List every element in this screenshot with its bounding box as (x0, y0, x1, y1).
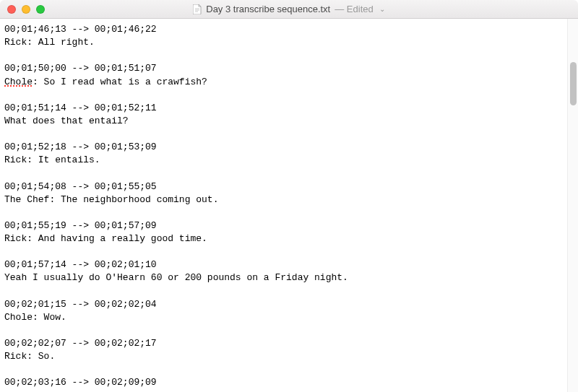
minimize-button[interactable] (22, 5, 30, 14)
timecode: 00;01;52;18 --> 00;01;53;09 (4, 141, 571, 154)
scrollbar-track[interactable] (567, 19, 578, 392)
caption-text: Rick: It entails. (4, 154, 571, 167)
traffic-lights (0, 5, 45, 14)
caption-text: Yeah I usually do O'Hearn 60 or 200 poun… (4, 271, 571, 284)
transcript-entry: 00;01;46;13 --> 00;01;46;22Rick: All rig… (4, 23, 571, 49)
transcript-entry: 00;02;01;15 --> 00;02;02;04Chole: Wow. (4, 298, 571, 324)
caption-text: The Chef: The neighborhood coming out. (4, 193, 571, 206)
title-center[interactable]: Day 3 transcribe sequence.txt — Edited ⌄ (193, 4, 384, 14)
edited-indicator: — Edited (335, 4, 374, 14)
spelling-error: Chole (4, 77, 33, 87)
timecode: 00;01;46;13 --> 00;01;46;22 (4, 23, 571, 36)
transcript-entry: 00;01;52;18 --> 00;01;53;09Rick: It enta… (4, 141, 571, 167)
transcript-entry: 00;01;54;08 --> 00;01;55;05The Chef: The… (4, 180, 571, 206)
caption-text: Chole: So I read what is a crawfish? (4, 76, 571, 89)
timecode: 00;01;55;19 --> 00;01;57;09 (4, 219, 571, 232)
caption-text: Rick: So. (4, 350, 571, 363)
timecode: 00;02;01;15 --> 00;02;02;04 (4, 298, 571, 311)
transcript-entry: 00;01;57;14 --> 00;02;01;10Yeah I usuall… (4, 258, 571, 284)
maximize-button[interactable] (36, 5, 45, 14)
timecode: 00;02;02;07 --> 00;02;02;17 (4, 337, 571, 350)
timecode: 00;01;50;00 --> 00;01;51;07 (4, 62, 571, 75)
timecode: 00;02;03;16 --> 00;02;09;09 (4, 376, 571, 389)
document-title: Day 3 transcribe sequence.txt (206, 4, 330, 14)
transcript-entry: 00;01;55;19 --> 00;01;57;09Rick: And hav… (4, 219, 571, 245)
caption-text: Rick: And having a really good time. (4, 232, 571, 245)
timecode: 00;01;54;08 --> 00;01;55;05 (4, 180, 571, 193)
content-area: 00;01;46;13 --> 00;01;46;22Rick: All rig… (0, 19, 578, 392)
scrollbar-thumb[interactable] (570, 62, 577, 105)
text-editor[interactable]: 00;01;46;13 --> 00;01;46;22Rick: All rig… (0, 19, 578, 392)
transcript-entry: 00;01;50;00 --> 00;01;51;07Chole: So I r… (4, 62, 571, 88)
transcript-entry: 00;02;02;07 --> 00;02;02;17Rick: So. (4, 337, 571, 363)
caption-text: Chole: Wow. (4, 311, 571, 324)
window-titlebar: Day 3 transcribe sequence.txt — Edited ⌄ (0, 0, 578, 19)
timecode: 00;01;51;14 --> 00;01;52;11 (4, 102, 571, 115)
timecode: 00;01;57;14 --> 00;02;01;10 (4, 258, 571, 271)
transcript-entry: 00;01;51;14 --> 00;01;52;11What does tha… (4, 102, 571, 128)
caption-text: What does that entail? (4, 115, 571, 128)
caption-text: You know it's it's a lot a lot of people… (4, 390, 571, 392)
transcript-entry: 00;02;03;16 --> 00;02;09;09You know it's… (4, 376, 571, 392)
document-icon (193, 4, 202, 14)
caption-text: Rick: All right. (4, 36, 571, 49)
chevron-down-icon[interactable]: ⌄ (379, 5, 385, 13)
close-button[interactable] (7, 5, 16, 14)
